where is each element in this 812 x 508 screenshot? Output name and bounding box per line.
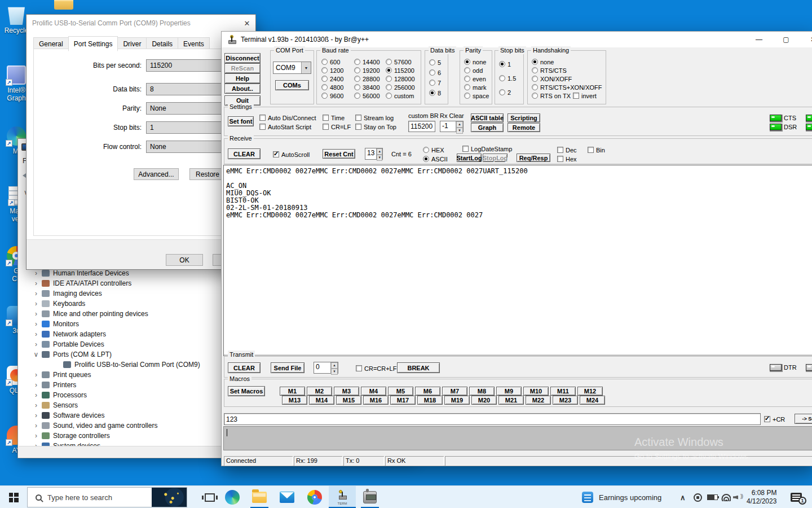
notification-center[interactable]: 1 [791,486,802,508]
device-tree-item[interactable]: › Portable Devices [18,339,232,349]
cr-crlf-checkbox[interactable]: CR=CR+LF [356,364,396,373]
search-highlight-image[interactable] [152,488,187,507]
set-font-button[interactable]: Set font [228,116,254,126]
device-tree-item[interactable]: › Keyboards [18,299,232,309]
receive-output-area[interactable]: eMMC Err:CMD0002 0027eMMC Err:CMD0002 00… [223,165,812,356]
remote-button[interactable]: Remote [508,123,540,132]
taskbar-mail[interactable] [273,486,301,508]
ascii-radio[interactable]: ASCII [423,155,448,163]
baud-radio[interactable]: 256000 [386,83,415,91]
bin-checkbox[interactable]: Bin [588,146,605,154]
hex-radio[interactable]: HEX [423,146,444,154]
settings-checkbox[interactable]: AutoStart Script [259,122,316,131]
chevron-down-icon[interactable]: ▼ [301,62,311,73]
dialog-tab[interactable]: Port Settings [68,36,118,51]
set-macros-button[interactable]: Set Macros [228,386,265,396]
settings-checkbox[interactable]: CR=LF [323,122,351,131]
macro-button[interactable]: M16 [363,396,389,405]
taskbar-edge[interactable] [219,486,246,508]
stop-bits-radio[interactable]: 2 [499,88,516,97]
macro-button[interactable]: M23 [553,396,578,405]
maximize-icon[interactable]: ▢ [778,32,795,47]
device-tree-item[interactable]: › IDE ATA/ATAPI controllers [18,278,232,288]
stop-bits-radio[interactable]: 1 [499,60,516,68]
tree-chevron-icon[interactable]: › [32,401,40,409]
custom-br-input[interactable]: 115200 [408,121,435,132]
minimize-icon[interactable]: — [751,32,767,47]
settings-checkbox[interactable]: Stay on Top [355,122,396,131]
rx-clear-value[interactable]: -1 [440,121,456,132]
com-port-select[interactable]: COM9 ▼ [273,62,311,74]
device-tree-item[interactable]: › Monitors [18,319,232,329]
tray-meet-now[interactable] [694,486,702,508]
tray-wifi[interactable] [721,486,731,508]
tree-chevron-icon[interactable]: ∨ [32,351,40,358]
connection-button[interactable]: About.. [224,84,261,94]
break-button[interactable]: BREAK [397,362,440,373]
handshaking-radio[interactable]: RTS/CTS+XON/XOFF [532,83,602,91]
close-icon[interactable]: ✕ [240,17,254,29]
device-tree-item[interactable]: › Imaging devices [18,288,232,299]
receive-clear-button[interactable]: CLEAR [228,148,261,159]
macro-button[interactable]: M6 [415,387,440,396]
transmit-count-spinner[interactable]: 0 ▲▼ [314,362,338,374]
tree-chevron-icon[interactable]: › [32,290,40,297]
tree-chevron-icon[interactable]: › [32,411,40,419]
tray-chevron[interactable]: ∧ [680,486,686,508]
rts-on-tx-radio[interactable]: RTS on TX [532,91,571,100]
startlog-button[interactable]: StartLog [457,154,482,162]
ok-button[interactable]: OK [166,254,203,266]
rx-count-value[interactable]: 13 [365,148,376,159]
handshaking-radio[interactable]: XON/XOFF [532,75,602,83]
baud-radio[interactable]: 56000 [354,91,380,100]
device-tree-item[interactable]: › Printers [18,380,232,390]
taskbar-chrome[interactable] [301,486,328,508]
parity-radio[interactable]: none [464,58,489,66]
device-tree-item[interactable]: › Processors [18,390,232,400]
baud-radio[interactable]: 1200 [321,66,343,75]
macro-button[interactable]: M4 [361,387,386,396]
tree-chevron-icon[interactable]: › [32,269,40,277]
data-bits-radio[interactable]: 8 [429,89,441,97]
macro-button[interactable]: M15 [336,396,361,405]
tray-battery[interactable] [707,486,718,508]
reset-cnt-button[interactable]: Reset Cnt [323,149,355,159]
device-tree-item[interactable]: › Print queues [18,370,232,380]
macro-button[interactable]: M1 [280,387,305,396]
macro-button[interactable]: M19 [444,396,470,405]
taskbar-terminal[interactable]: TERM [329,486,356,508]
data-bits-radio[interactable]: 5 [429,58,441,67]
device-tree-item[interactable]: › Software devices [18,410,232,421]
tree-chevron-icon[interactable]: › [32,340,40,348]
taskbar-file-explorer[interactable] [246,486,273,508]
start-button[interactable] [0,486,27,508]
device-tree-item[interactable]: Prolific USB-to-Serial Comm Port (COM9) [18,360,232,370]
macro-button[interactable]: M22 [526,396,551,405]
spin-down-icon[interactable]: ▼ [456,128,463,134]
spin-up-icon[interactable]: ▲ [331,362,338,369]
rx-count-spinner[interactable]: 13 ▲▼ [365,148,383,160]
macro-button[interactable]: M20 [471,396,497,405]
handshaking-radio[interactable]: none [532,58,602,66]
invert-checkbox[interactable]: invert [573,91,597,100]
connection-button[interactable]: ReScan [224,63,261,73]
baud-radio[interactable]: custom [386,91,415,100]
macro-button[interactable]: M17 [390,396,416,405]
baud-radio[interactable]: 14400 [354,58,380,66]
macro-button[interactable]: M2 [307,387,332,396]
baud-radio[interactable]: 2400 [321,75,343,83]
macro-button[interactable]: M21 [498,396,524,405]
parity-radio[interactable]: even [464,75,489,83]
transmit-count-value[interactable]: 0 [314,362,330,373]
plus-cr-checkbox[interactable]: +CR [764,415,785,423]
spin-down-icon[interactable]: ▼ [377,155,382,161]
settings-checkbox[interactable]: Time [323,113,351,122]
hex-checkbox[interactable]: Hex [557,155,577,163]
taskbar-serial-tool[interactable] [356,486,383,508]
tree-chevron-icon[interactable]: › [32,279,40,287]
baud-radio[interactable]: 9600 [321,91,343,100]
macro-button[interactable]: M10 [523,387,549,396]
macro-button[interactable]: M8 [469,387,495,396]
close-icon[interactable]: ✕ [805,32,812,47]
macro-button[interactable]: M3 [334,387,359,396]
